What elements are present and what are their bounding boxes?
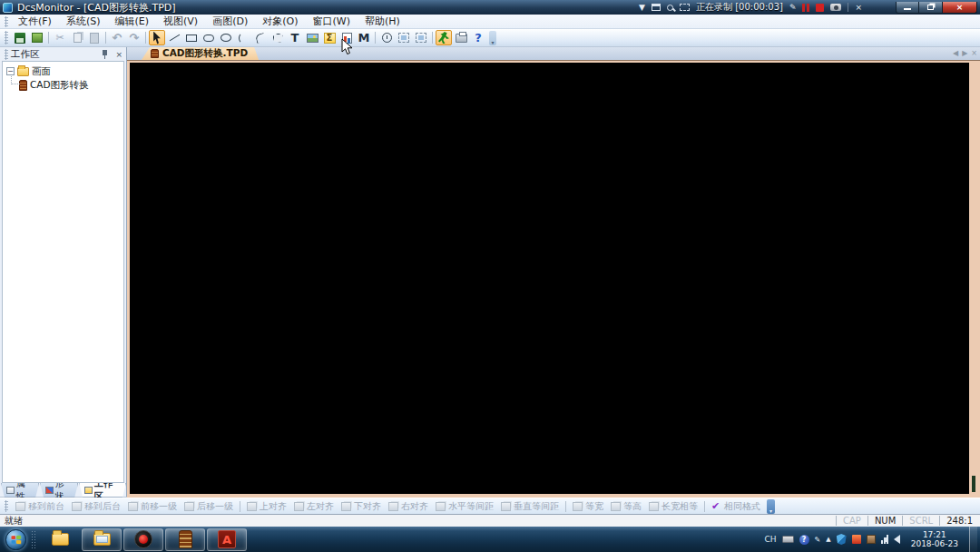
group-button[interactable] — [396, 30, 412, 45]
align-left-button[interactable]: 左对齐 — [291, 500, 337, 513]
recorder-window-icon[interactable] — [652, 4, 661, 11]
toolbar-overflow-button[interactable]: ▾ — [489, 31, 496, 45]
clock[interactable]: 17:21 2018-06-23 — [906, 530, 964, 549]
equal-width-button[interactable]: 等宽 — [570, 500, 606, 513]
tab-next-icon[interactable]: ▶ — [962, 49, 967, 57]
image-tool-button[interactable] — [304, 30, 320, 45]
send-backward-button[interactable]: 后移一级 — [181, 500, 236, 513]
rounded-rectangle-tool-button[interactable] — [201, 30, 217, 45]
taskbar-recorder-button[interactable] — [123, 528, 163, 551]
report-tool-button[interactable] — [338, 30, 355, 45]
menu-file[interactable]: 文件(F) — [11, 14, 59, 29]
volume-icon[interactable] — [894, 535, 900, 544]
canvas-scroll-indicator[interactable] — [972, 476, 975, 492]
curve-tool-button[interactable] — [252, 30, 269, 45]
send-to-back-button[interactable]: 移到后台 — [69, 500, 123, 513]
pin-icon[interactable] — [101, 50, 109, 59]
formula-tool-button[interactable]: Σ — [321, 30, 338, 45]
recorder-dropdown-icon[interactable]: ▼ — [639, 0, 645, 15]
open-folder-icon — [93, 533, 111, 546]
bring-forward-button[interactable]: 前移一级 — [125, 500, 180, 513]
taskbar-dcsmonitor-button[interactable] — [165, 528, 205, 551]
recorder-close-icon[interactable]: × — [855, 0, 862, 15]
ungroup-button[interactable] — [413, 30, 429, 45]
tray-flag-icon[interactable] — [852, 535, 861, 544]
keyboard-icon[interactable] — [782, 536, 794, 543]
align-bottom-button[interactable]: 下对齐 — [338, 500, 384, 513]
bring-to-front-button[interactable]: 移到前台 — [13, 500, 67, 513]
report-icon — [342, 33, 352, 44]
taskbar-open-folder-button[interactable] — [82, 528, 122, 551]
tray-app-icon[interactable] — [867, 535, 876, 544]
document-tab[interactable]: CAD图形转换.TPD — [142, 47, 259, 60]
v-equal-spacing-button[interactable]: 垂直等间距 — [498, 500, 562, 513]
ellipse-tool-button[interactable] — [218, 30, 234, 45]
h-equal-spacing-button[interactable]: 水平等间距 — [433, 500, 496, 513]
run-button[interactable] — [436, 30, 452, 45]
paste-button[interactable] — [86, 30, 103, 45]
menu-object[interactable]: 对象(O) — [255, 14, 305, 29]
recorder-region-icon[interactable] — [680, 4, 690, 11]
menu-help[interactable]: 帮助(H) — [358, 14, 407, 29]
line-tool-button[interactable] — [166, 30, 182, 45]
restore-button[interactable] — [919, 2, 943, 14]
same-format-button[interactable]: ✔相同格式 — [709, 500, 763, 513]
save-all-button[interactable] — [29, 30, 45, 45]
recorder-pause-icon[interactable] — [802, 4, 809, 12]
macro-tool-button[interactable]: M — [356, 30, 372, 45]
save-button[interactable] — [12, 30, 28, 45]
menu-system[interactable]: 系统(S) — [59, 14, 108, 29]
align-left-icon — [294, 502, 304, 511]
panel-close-icon[interactable]: × — [113, 50, 124, 59]
align-right-button[interactable]: 右对齐 — [386, 500, 431, 513]
show-desktop-button[interactable] — [969, 527, 977, 552]
tab-shape[interactable]: 形状 — [40, 483, 78, 498]
recorder-pen-icon[interactable]: ✎ — [789, 0, 797, 15]
menu-edit[interactable]: 编辑(E) — [108, 14, 157, 29]
tab-properties[interactable]: 属性 — [1, 483, 39, 498]
scroll-lock-indicator: SCRL — [902, 516, 939, 526]
start-button[interactable] — [2, 527, 29, 551]
help-button[interactable]: ? — [470, 30, 486, 45]
taskbar-autocad-button[interactable]: A — [207, 528, 247, 551]
tab-prev-icon[interactable]: ◀ — [953, 49, 958, 57]
cut-button[interactable]: ✂ — [52, 30, 68, 45]
recorder-snapshot-icon[interactable] — [830, 4, 841, 11]
redo-button[interactable]: ↷ — [126, 30, 142, 45]
recording-status: 正在录制 [00:00:03] — [696, 1, 783, 14]
text-tool-button[interactable]: T — [287, 30, 303, 45]
rectangle-tool-button[interactable] — [183, 30, 200, 45]
tray-pen-icon[interactable]: ✎ — [815, 536, 821, 544]
align-toolbar-overflow-button[interactable]: ▾ — [767, 499, 775, 514]
tree-node-root[interactable]: − 画面 — [6, 64, 123, 78]
equal-size-button[interactable]: 长宽相等 — [646, 500, 701, 513]
undo-button[interactable]: ↶ — [109, 30, 125, 45]
send-to-back-icon — [72, 502, 82, 511]
menu-view[interactable]: 视图(V) — [156, 14, 205, 29]
select-tool-button[interactable] — [149, 30, 165, 45]
taskbar-explorer-button[interactable] — [40, 528, 80, 551]
recorder-stop-icon[interactable] — [816, 4, 824, 12]
tree-node-drawing[interactable]: CAD图形转换 — [6, 78, 123, 92]
drawing-canvas[interactable] — [130, 63, 969, 494]
tray-help-icon[interactable]: ? — [799, 535, 809, 545]
minimize-button[interactable] — [896, 2, 919, 14]
equal-height-button[interactable]: 等高 — [608, 500, 644, 513]
timer-button[interactable] — [378, 30, 395, 45]
app-icon — [3, 3, 13, 13]
align-top-button[interactable]: 上对齐 — [244, 500, 289, 513]
language-indicator[interactable]: CH — [765, 535, 777, 544]
security-shield-icon[interactable] — [837, 534, 847, 545]
close-button[interactable]: × — [943, 2, 977, 14]
arc-tool-button[interactable] — [235, 30, 251, 45]
print-button[interactable] — [453, 30, 469, 45]
tree-expander-icon[interactable]: − — [6, 67, 15, 75]
menu-draw[interactable]: 画图(D) — [205, 14, 255, 29]
recorder-zoom-icon[interactable] — [667, 5, 673, 11]
tray-expand-icon[interactable]: ▲ — [826, 536, 830, 543]
polygon-tool-button[interactable] — [270, 30, 286, 45]
tab-close-icon[interactable]: × — [971, 49, 977, 57]
menu-window[interactable]: 窗口(W) — [305, 14, 357, 29]
copy-button[interactable] — [69, 30, 85, 45]
tab-workspace[interactable]: 工作区 — [79, 483, 126, 498]
